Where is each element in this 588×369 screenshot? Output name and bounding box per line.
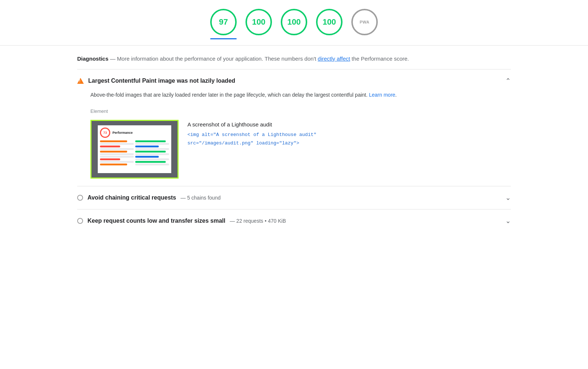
score-accessibility[interactable]: 100	[245, 9, 272, 35]
audit-request-header[interactable]: Keep request counts low and transfer siz…	[77, 217, 511, 225]
mock-columns	[100, 140, 169, 171]
audit-request-title: Keep request counts low and transfer siz…	[87, 218, 225, 224]
audit-lcp-lazy-load: Largest Contentful Paint image was not l…	[77, 69, 511, 186]
mock-col-1	[100, 140, 134, 171]
tab-indicator-3	[281, 38, 307, 39]
mock-row-4	[100, 148, 134, 150]
element-code: <img alt="A screenshot of a Lighthouse a…	[187, 130, 316, 148]
tab-indicator-4	[316, 38, 343, 39]
mock-perf-title: Performance	[112, 131, 133, 135]
element-row: 73 Performance	[90, 120, 511, 179]
active-tab-indicator	[210, 38, 237, 39]
audit-critical-requests: Avoid chaining critical requests — 5 cha…	[77, 186, 511, 209]
mock-row-c2-2	[135, 143, 169, 145]
score-seo-wrapper[interactable]: 100	[316, 9, 343, 39]
mock-row-1	[100, 140, 127, 142]
score-performance[interactable]: 97	[210, 9, 237, 35]
score-pwa-wrapper[interactable]: PWA	[351, 9, 378, 39]
mock-row-8	[100, 158, 120, 160]
mock-row-3	[100, 146, 120, 147]
score-performance-wrapper[interactable]: 97	[210, 9, 237, 39]
mock-row-c2-4	[135, 148, 169, 150]
mock-score: 73	[100, 128, 110, 138]
audit-critical-header[interactable]: Avoid chaining critical requests — 5 cha…	[77, 194, 511, 202]
main-content: Diagnostics — More information about the…	[55, 46, 533, 232]
score-best-practices[interactable]: 100	[281, 9, 307, 35]
diagnostics-section: Diagnostics — More information about the…	[77, 46, 511, 69]
chevron-down-icon-2[interactable]: ⌄	[505, 217, 511, 225]
score-pwa[interactable]: PWA	[351, 9, 378, 35]
mock-row-2	[100, 143, 134, 145]
audit-lcp-description: Above-the-fold images that are lazily lo…	[90, 91, 511, 100]
circle-icon-1	[77, 195, 83, 201]
mock-row-7	[100, 156, 134, 158]
mock-row-5	[100, 151, 127, 153]
score-best-practices-wrapper[interactable]: 100	[281, 9, 307, 39]
score-seo[interactable]: 100	[316, 9, 343, 35]
mock-row-c2-10	[135, 164, 169, 165]
diagnostics-description: — More information about the performance…	[108, 55, 318, 62]
mock-col-2	[135, 140, 169, 171]
mock-row-c2-9	[135, 161, 166, 163]
audit-request-counts: Keep request counts low and transfer siz…	[77, 209, 511, 232]
audit-critical-header-left: Avoid chaining critical requests — 5 cha…	[77, 194, 220, 201]
element-code-line2: src="/images/audit.png" loading="lazy">	[187, 139, 316, 147]
mock-row-6	[100, 153, 134, 155]
tab-indicator-5	[351, 38, 378, 39]
element-info: A screenshot of a Lighthouse audit <img …	[187, 120, 316, 148]
chevron-down-icon-1[interactable]: ⌄	[505, 194, 511, 202]
diagnostics-title: Diagnostics	[77, 55, 108, 62]
audit-request-header-left: Keep request counts low and transfer siz…	[77, 218, 286, 224]
mock-screenshot: 73 Performance	[98, 125, 171, 173]
mock-row-c2-1	[135, 140, 166, 142]
audit-lcp-title: Largest Contentful Paint image was not l…	[88, 78, 235, 84]
warning-icon	[77, 78, 84, 84]
audit-lcp-header-left: Largest Contentful Paint image was not l…	[77, 78, 235, 84]
audit-critical-subtitle: — 5 chains found	[180, 195, 220, 201]
element-code-line1: <img alt="A screenshot of a Lighthouse a…	[187, 130, 316, 139]
mock-row-9	[100, 161, 134, 163]
mock-row-c2-6	[135, 153, 169, 155]
audit-lcp-body: Above-the-fold images that are lazily lo…	[77, 85, 511, 179]
thumbnail-inner: 73 Performance	[98, 125, 171, 173]
mock-row-c2-8	[135, 158, 169, 160]
audit-request-subtitle: — 22 requests • 470 KiB	[230, 218, 286, 224]
mock-row-c2-3	[135, 146, 159, 147]
tab-indicator-2	[245, 38, 272, 39]
audit-critical-title: Avoid chaining critical requests	[87, 194, 176, 201]
element-label: Element	[90, 108, 511, 114]
element-name: A screenshot of a Lighthouse audit	[187, 121, 316, 128]
element-thumbnail: 73 Performance	[90, 120, 179, 179]
audit-lcp-header[interactable]: Largest Contentful Paint image was not l…	[77, 77, 511, 85]
mock-row-c2-7	[135, 156, 159, 158]
diagnostics-link[interactable]: directly affect	[318, 55, 350, 62]
mock-row-10	[100, 164, 127, 165]
scores-row: 97 100 100 100 PWA	[0, 0, 588, 39]
circle-icon-2	[77, 218, 83, 224]
score-accessibility-wrapper[interactable]: 100	[245, 9, 272, 39]
mock-row-c2-5	[135, 151, 166, 153]
learn-more-link[interactable]: Learn more	[369, 92, 395, 98]
mock-header: 73 Performance	[100, 128, 169, 138]
chevron-up-icon[interactable]: ⌃	[505, 77, 511, 85]
diagnostics-link-suffix: the Performance score.	[350, 55, 409, 62]
